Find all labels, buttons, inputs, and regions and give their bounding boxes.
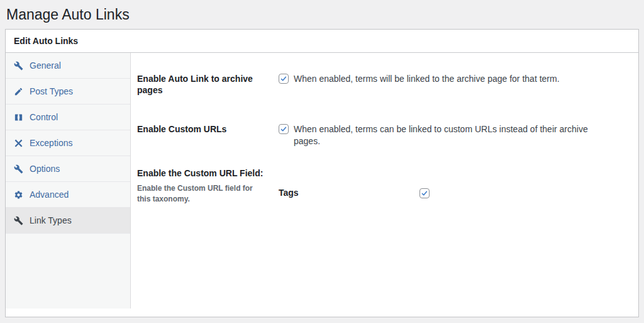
settings-sidebar: General Post Types Control Exceptions [6,53,131,309]
edit-icon [14,87,23,96]
taxonomy-checkbox-row: Tags [279,181,621,205]
check-icon [421,190,428,197]
wrench-icon [14,164,23,174]
checkbox-description: When enabled, terms will be linked to th… [294,73,560,85]
setting-row-custom-urls: Enable Custom URLs When enabled, terms c… [137,123,621,147]
sidebar-item-options[interactable]: Options [6,156,130,182]
check-icon [280,125,287,133]
setting-label: Enable Auto Link to archive pages [137,73,279,96]
page-title: Manage Auto Links [6,5,638,24]
tags-checkbox[interactable] [419,188,430,198]
shuffle-icon [14,139,23,148]
sidebar-item-label: Control [30,112,58,122]
edit-auto-links-panel: Edit Auto Links General Post Types Contr… [5,29,639,317]
sidebar-item-link-types[interactable]: Link Types [6,208,130,234]
sidebar-item-post-types[interactable]: Post Types [6,79,130,105]
setting-row-archive-pages: Enable Auto Link to archive pages When e… [137,73,621,96]
sidebar-item-label: Post Types [30,86,73,96]
setting-label: Enable Custom URLs [137,123,279,147]
check-icon [280,75,287,82]
custom-urls-checkbox[interactable] [279,124,289,134]
archive-pages-checkbox[interactable] [279,74,289,84]
setting-control: When enabled, terms will be linked to th… [279,73,621,96]
sidebar-item-label: Link Types [30,215,72,225]
sidebar-item-label: Advanced [30,190,69,200]
sidebar-item-general[interactable]: General [6,53,130,79]
sidebar-item-label: Exceptions [30,138,72,148]
setting-control: When enabled, terms can be linked to cus… [279,123,621,147]
setting-description: Enable the Custom URL field for this tax… [137,183,279,205]
sidebar-item-label: Options [30,164,60,174]
sidebar-item-label: General [30,60,61,71]
setting-row-custom-url-field: Enable the Custom URL Field: Enable the … [137,167,621,205]
panel-title: Edit Auto Links [6,30,638,53]
gear-icon [14,190,23,200]
setting-label: Enable the Custom URL Field: [137,167,279,179]
checkbox-description: When enabled, terms can be linked to cus… [294,123,611,147]
controls-icon [14,113,23,122]
page-header: Manage Auto Links [0,0,644,29]
setting-label-group: Enable the Custom URL Field: Enable the … [137,167,279,205]
sidebar-item-control[interactable]: Control [6,105,130,130]
sidebar-item-advanced[interactable]: Advanced [6,182,130,208]
settings-content: Enable Auto Link to archive pages When e… [131,53,638,317]
sidebar-item-exceptions[interactable]: Exceptions [6,130,130,156]
wrench-icon [14,216,23,225]
panel-body: General Post Types Control Exceptions [6,53,638,317]
taxonomy-label: Tags [279,188,419,198]
wrench-icon [14,61,23,71]
